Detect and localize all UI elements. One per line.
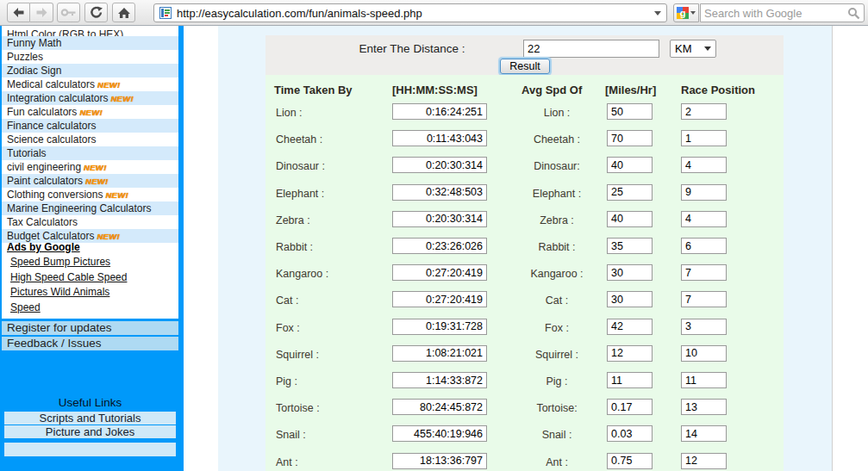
animal-label-2: Elephant : bbox=[515, 188, 598, 200]
speed-input[interactable] bbox=[607, 372, 653, 388]
position-input[interactable] bbox=[681, 425, 727, 442]
ad-link[interactable]: Speed Bump Pictures bbox=[2, 255, 178, 270]
position-input[interactable] bbox=[681, 211, 727, 227]
animal-label-2: Cat : bbox=[515, 294, 598, 307]
animal-label-2: Tortoise: bbox=[515, 402, 598, 414]
position-input[interactable] bbox=[681, 319, 727, 335]
position-input[interactable] bbox=[681, 103, 727, 120]
time-input[interactable] bbox=[392, 103, 487, 120]
sidebar-item[interactable]: Fun calculatorsNEW! bbox=[2, 105, 178, 119]
time-input[interactable] bbox=[392, 211, 487, 227]
table-row: Pig : Pig : bbox=[265, 369, 784, 395]
position-input[interactable] bbox=[681, 372, 727, 388]
position-input[interactable] bbox=[681, 453, 727, 469]
sidebar-item-label: Zodiac Sign bbox=[7, 65, 61, 77]
new-badge: NEW! bbox=[84, 163, 107, 172]
sidebar-item[interactable]: Tutorials bbox=[2, 146, 178, 160]
position-input[interactable] bbox=[681, 238, 727, 254]
ad-link[interactable]: Pictures Wild Animals bbox=[2, 285, 178, 301]
ad-links: Speed Bump PicturesHigh Speed Cable Spee… bbox=[2, 253, 178, 319]
search-engine-button[interactable]: g bbox=[673, 3, 699, 22]
speed-input[interactable] bbox=[607, 238, 653, 254]
sidebar-item[interactable]: Marine Engineering Calculators bbox=[2, 201, 178, 215]
ads-by-google-label[interactable]: Ads by Google bbox=[2, 243, 178, 253]
sidebar-item[interactable]: civil engineeringNEW! bbox=[2, 160, 178, 174]
useful-links: Scripts and TutorialsPicture and Jokes bbox=[2, 412, 178, 439]
time-input[interactable] bbox=[392, 453, 487, 469]
position-input[interactable] bbox=[681, 184, 727, 201]
speed-input[interactable] bbox=[607, 399, 653, 415]
time-input[interactable] bbox=[392, 399, 487, 415]
time-input[interactable] bbox=[392, 157, 487, 173]
speed-input[interactable] bbox=[607, 319, 653, 335]
feedback-link[interactable]: Feedback / Issues bbox=[2, 337, 178, 350]
animal-label-2: Dinosaur: bbox=[515, 160, 598, 172]
time-input[interactable] bbox=[392, 130, 487, 146]
speed-input[interactable] bbox=[607, 103, 653, 120]
time-input[interactable] bbox=[392, 184, 487, 201]
url-bar[interactable]: http://easycalculation.com/fun/animals-s… bbox=[153, 3, 667, 22]
sidebar-item[interactable]: Paint calculatorsNEW! bbox=[2, 174, 178, 188]
time-input[interactable] bbox=[392, 425, 487, 442]
position-input[interactable] bbox=[681, 157, 727, 173]
home-button[interactable] bbox=[112, 3, 135, 22]
time-input[interactable] bbox=[392, 372, 487, 388]
sidebar-item[interactable]: Puzzles bbox=[2, 50, 178, 64]
sidebar-item[interactable]: Finance calculators bbox=[2, 119, 178, 133]
position-input[interactable] bbox=[681, 291, 727, 307]
bookmark-key-button[interactable] bbox=[57, 3, 80, 22]
ad-link[interactable]: Speed bbox=[2, 301, 178, 316]
key-icon bbox=[60, 8, 77, 17]
sidebar-item-label: Tax Calculators bbox=[7, 216, 78, 228]
speed-input[interactable] bbox=[607, 211, 653, 227]
speed-input[interactable] bbox=[607, 453, 653, 469]
animal-label: Elephant : bbox=[276, 188, 324, 200]
sidebar-item[interactable]: Clothing conversionsNEW! bbox=[2, 188, 178, 201]
sidebar-item[interactable]: Zodiac Sign bbox=[2, 64, 178, 77]
search-icon[interactable] bbox=[847, 7, 860, 20]
table-row: Cat : Cat : bbox=[265, 288, 784, 314]
refresh-button[interactable] bbox=[84, 3, 108, 22]
speed-input[interactable] bbox=[607, 130, 653, 146]
page-body: Enter The Distance : KM Result Time Take… bbox=[218, 26, 833, 471]
register-link[interactable]: Register for updates bbox=[2, 321, 178, 335]
speed-input[interactable] bbox=[607, 184, 653, 201]
time-input[interactable] bbox=[392, 345, 487, 362]
position-input[interactable] bbox=[681, 345, 727, 362]
position-input[interactable] bbox=[681, 264, 727, 281]
table-row: Tortoise : Tortoise: bbox=[265, 395, 784, 422]
table-row: Rabbit : Rabbit : bbox=[265, 234, 784, 261]
time-input[interactable] bbox=[392, 319, 487, 335]
useful-link[interactable]: Picture and Jokes bbox=[4, 425, 176, 438]
sidebar-item-partial[interactable]: Html Color (RGB to HEX) bbox=[2, 26, 178, 36]
ad-link[interactable]: High Speed Cable Speed bbox=[2, 270, 178, 286]
speed-input[interactable] bbox=[607, 264, 653, 281]
sidebar-item-label: Budget Calculators bbox=[7, 230, 94, 242]
back-button[interactable] bbox=[7, 3, 30, 22]
position-input[interactable] bbox=[681, 399, 727, 415]
time-input[interactable] bbox=[392, 291, 487, 307]
search-input[interactable] bbox=[704, 7, 847, 20]
speed-input[interactable] bbox=[607, 425, 653, 442]
sidebar-item[interactable]: Medical calculatorsNEW! bbox=[2, 77, 178, 91]
useful-link[interactable]: Scripts and Tutorials bbox=[4, 412, 176, 425]
speed-input[interactable] bbox=[607, 345, 653, 362]
table-row: Ant : Ant : bbox=[265, 449, 784, 471]
sidebar-item[interactable]: Science calculators bbox=[2, 133, 178, 146]
speed-input[interactable] bbox=[607, 291, 653, 307]
sidebar-item[interactable]: Funny Math bbox=[2, 36, 178, 50]
url-dropdown-icon[interactable] bbox=[654, 11, 661, 15]
forward-button[interactable] bbox=[30, 3, 53, 22]
time-input[interactable] bbox=[392, 264, 487, 281]
sidebar-item[interactable]: Tax Calculators bbox=[2, 215, 178, 229]
nav-button-group bbox=[7, 3, 53, 22]
sidebar-item[interactable]: Integration calculatorsNEW! bbox=[2, 91, 178, 105]
animal-label: Fox : bbox=[276, 322, 300, 334]
time-input[interactable] bbox=[392, 238, 487, 254]
speed-input[interactable] bbox=[607, 157, 653, 173]
animal-label-2: Fox : bbox=[515, 322, 598, 334]
animal-label: Lion : bbox=[276, 107, 303, 119]
animal-label-2: Squirrel : bbox=[515, 349, 598, 361]
position-input[interactable] bbox=[681, 130, 727, 146]
animal-label-2: Kangaroo : bbox=[515, 268, 598, 280]
